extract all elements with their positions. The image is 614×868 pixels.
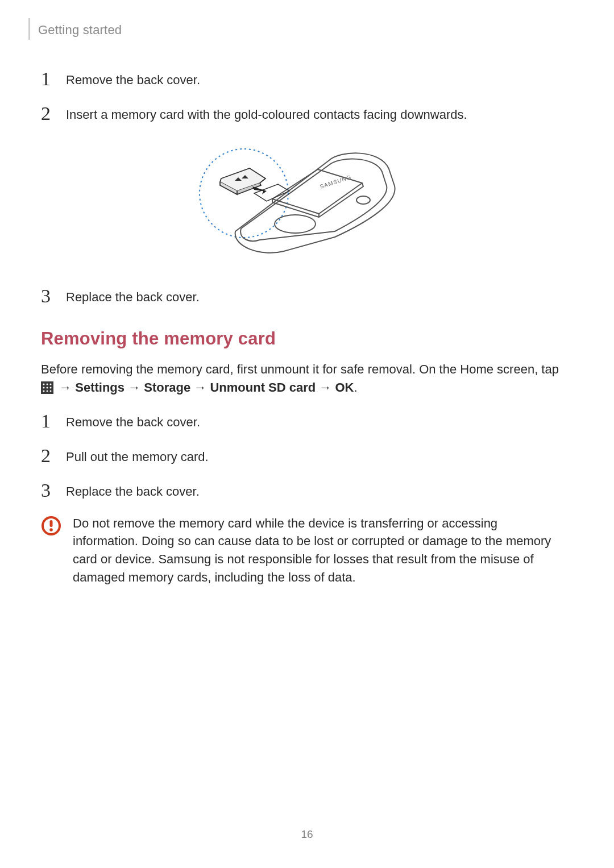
arrow: →	[125, 380, 144, 394]
step-text: Remove the back cover.	[66, 72, 200, 89]
path-settings: Settings	[75, 380, 125, 394]
caution-block: Do not remove the memory card while the …	[41, 514, 561, 587]
svg-point-12	[50, 387, 52, 389]
path-unmount: Unmount SD card	[210, 380, 316, 394]
remove-step-1: 1 Remove the back cover.	[41, 410, 573, 431]
page-number: 16	[0, 828, 614, 841]
step-number: 3	[41, 481, 56, 500]
step-text: Replace the back cover.	[66, 289, 200, 306]
removing-card-heading: Removing the memory card	[41, 329, 573, 349]
step-number: 3	[41, 286, 56, 306]
svg-point-10	[43, 387, 45, 389]
header-accent	[28, 18, 30, 40]
svg-point-14	[47, 391, 48, 392]
svg-point-2	[275, 215, 316, 233]
remove-step-3: 3 Replace the back cover.	[41, 480, 573, 501]
arrow: →	[56, 380, 75, 394]
svg-point-11	[47, 387, 48, 389]
page-header: Getting started	[28, 23, 573, 40]
path-ok: OK	[335, 380, 354, 394]
step-text: Remove the back cover.	[66, 414, 200, 431]
step-number: 1	[41, 412, 56, 431]
step-number: 2	[41, 104, 56, 123]
caution-icon	[41, 516, 61, 536]
svg-point-1	[356, 196, 370, 204]
remove-intro-paragraph: Before removing the memory card, first u…	[41, 360, 573, 397]
remove-step-2: 2 Pull out the memory card.	[41, 445, 573, 466]
step-text: Insert a memory card with the gold-colou…	[66, 106, 467, 124]
svg-rect-17	[50, 520, 53, 527]
svg-point-13	[43, 391, 45, 392]
insert-step-3: 3 Replace the back cover.	[41, 285, 573, 306]
svg-text:SAMSUNG: SAMSUNG	[319, 173, 352, 189]
insert-step-1: 1 Remove the back cover.	[41, 68, 573, 89]
arrow: →	[190, 380, 210, 394]
caution-text: Do not remove the memory card while the …	[73, 514, 561, 587]
page-container: Getting started 1 Remove the back cover.…	[0, 0, 614, 868]
svg-point-7	[43, 384, 45, 385]
apps-grid-icon	[41, 381, 53, 393]
svg-point-18	[49, 528, 53, 531]
step-text: Pull out the memory card.	[66, 448, 209, 466]
arrow: →	[316, 380, 335, 394]
remove-intro-prefix: Before removing the memory card, first u…	[41, 362, 559, 376]
section-label: Getting started	[38, 23, 122, 38]
insert-card-diagram: SAMSUNG	[28, 138, 573, 268]
step-number: 1	[41, 69, 56, 89]
step-text: Replace the back cover.	[66, 483, 200, 501]
svg-point-9	[50, 384, 52, 385]
svg-point-15	[50, 391, 52, 392]
path-storage: Storage	[144, 380, 190, 394]
step-number: 2	[41, 446, 56, 466]
period: .	[354, 380, 357, 394]
svg-point-8	[47, 384, 48, 385]
insert-step-2: 2 Insert a memory card with the gold-col…	[41, 103, 573, 124]
